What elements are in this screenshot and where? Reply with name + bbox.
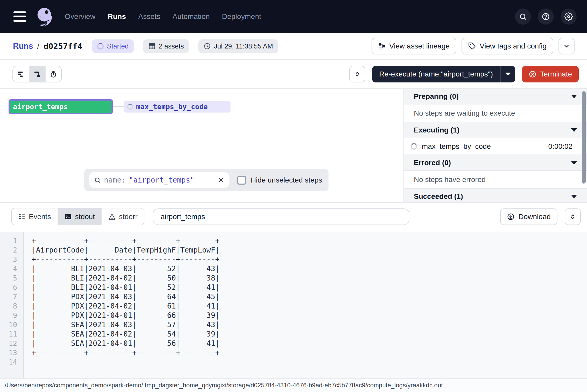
more-run-actions-button[interactable] — [558, 38, 575, 54]
log-line: | PDX|2021-04-02| 61| 41| — [32, 302, 220, 311]
log-line: | PDX|2021-04-01| 66| 39| — [32, 311, 220, 320]
up-down-chevrons-icon — [569, 213, 576, 220]
panel-empty-text: No steps are waiting to execute — [404, 104, 587, 122]
download-button[interactable]: Download — [500, 208, 557, 225]
log-line: | BLI|2021-04-03| 52| 43| — [32, 264, 220, 274]
log-line-number: 12 — [0, 339, 17, 348]
warning-triangle-icon — [108, 213, 116, 220]
step-search-input[interactable]: name:"airport_temps" — [89, 172, 229, 188]
settings-gear-icon[interactable] — [561, 9, 577, 25]
log-line: |AirportCode| Date|TempHighF|TempLowF| — [32, 246, 220, 255]
step-filter-container: name:"airport_temps" Hide unselected ste… — [84, 169, 329, 191]
search-field-text: name: — [104, 176, 126, 184]
run-body: airport_temps max_temps_by_code name:"ai… — [0, 89, 587, 203]
graph-node-max-temps-by-code[interactable]: max_temps_by_code — [124, 101, 230, 113]
timestamp-badge: Jul 29, 11:38:55 AM — [198, 39, 278, 53]
panel-empty-text: No steps have errored — [404, 171, 587, 189]
timer-view-icon[interactable] — [45, 66, 61, 82]
checkbox[interactable] — [237, 176, 246, 185]
run-header-row: Runs / d0257ff4 Started 2 assets Jul 29,… — [0, 33, 587, 60]
collapse-caret-icon — [571, 161, 577, 165]
run-status-panel: Preparing (0) No steps are waiting to ex… — [403, 89, 587, 202]
log-file-path: /Users/ben/repos/components_demo/spark-d… — [5, 382, 443, 389]
stdout-log-viewer[interactable]: 1234567891011121314 +-----------+-------… — [0, 232, 587, 378]
nav-item-runs[interactable]: Runs — [108, 12, 126, 21]
search-icon[interactable] — [515, 9, 531, 25]
log-line-number: 8 — [0, 302, 17, 311]
panel-section-succeeded[interactable]: Succeeded (1) — [404, 189, 587, 202]
menu-icon[interactable] — [12, 11, 27, 22]
nav-item-overview[interactable]: Overview — [65, 12, 95, 21]
nav-item-deployment[interactable]: Deployment — [222, 12, 261, 21]
log-line: | SEA|2021-04-01| 56| 41| — [32, 339, 220, 348]
view-asset-lineage-button[interactable]: View asset lineage — [372, 38, 456, 54]
expand-log-panel-button[interactable] — [565, 208, 581, 225]
gantt-waterfall-view-icon[interactable] — [29, 66, 45, 82]
tab-events[interactable]: Events — [12, 208, 58, 225]
hide-unselected-steps-toggle[interactable]: Hide unselected steps — [237, 176, 322, 185]
panel-section-preparing[interactable]: Preparing (0) — [404, 89, 587, 104]
nav-item-assets[interactable]: Assets — [138, 12, 160, 21]
assets-grid-icon — [148, 43, 156, 50]
help-icon[interactable] — [538, 9, 554, 25]
run-id: d0257ff4 — [44, 41, 82, 51]
log-line-number: 5 — [0, 274, 17, 283]
log-line-number: 2 — [0, 246, 17, 255]
run-toolbar: Re-execute (name:"airport_temps") Termin… — [0, 60, 587, 89]
chevron-down-icon — [563, 43, 570, 50]
log-line: | BLI|2021-04-02| 50| 38| — [32, 274, 220, 283]
log-line-number: 10 — [0, 320, 17, 330]
dagster-logo-icon[interactable] — [34, 6, 55, 27]
log-line-number: 13 — [0, 348, 17, 358]
tab-stdout[interactable]: stdout — [58, 208, 101, 225]
log-line: | SEA|2021-04-02| 54| 39| — [32, 330, 220, 339]
hide-unselected-steps-label: Hide unselected steps — [251, 176, 322, 184]
step-name: max_temps_by_code — [422, 142, 491, 151]
event-list-icon — [18, 213, 25, 220]
search-icon — [94, 177, 101, 184]
spinner-icon — [127, 104, 133, 110]
assets-count-badge[interactable]: 2 assets — [143, 39, 189, 53]
panel-section-errored[interactable]: Errored (0) — [404, 155, 587, 171]
tab-stderr[interactable]: stderr — [101, 208, 144, 225]
log-line: +-----------+----------+---------+------… — [32, 255, 220, 264]
re-execute-dropdown-button[interactable] — [500, 66, 515, 82]
graph-node-airport-temps[interactable]: airport_temps — [9, 99, 113, 114]
collapse-caret-icon — [571, 128, 577, 132]
log-line-number: 6 — [0, 283, 17, 292]
terminal-icon — [65, 213, 72, 220]
top-nav-bar: Overview Runs Assets Automation Deployme… — [0, 0, 587, 33]
log-content: +-----------+----------+---------+------… — [24, 232, 220, 378]
log-line: | PDX|2021-04-03| 64| 45| — [32, 292, 220, 302]
expand-gantt-panel-button[interactable] — [349, 66, 365, 82]
re-execute-button[interactable]: Re-execute (name:"airport_temps") — [372, 66, 500, 82]
log-tabs: Events stdout stderr — [11, 208, 144, 225]
view-tags-and-config-button[interactable]: View tags and config — [462, 38, 553, 54]
clear-search-icon[interactable] — [218, 177, 224, 184]
log-line-number: 7 — [0, 292, 17, 302]
caret-down-icon — [505, 73, 511, 76]
log-line-number: 1 — [0, 236, 17, 246]
collapse-caret-icon — [571, 195, 577, 198]
step-elapsed-time: 0:00:02 — [548, 142, 572, 151]
panel-scrollbar[interactable] — [582, 91, 586, 184]
terminate-button[interactable]: Terminate — [522, 66, 579, 82]
gantt-flat-view-icon[interactable] — [13, 66, 29, 82]
tag-icon — [468, 42, 476, 50]
step-graph-pane[interactable]: airport_temps max_temps_by_code name:"ai… — [0, 89, 403, 202]
lineage-icon — [378, 43, 386, 50]
log-line-number: 4 — [0, 264, 17, 274]
log-line — [32, 358, 220, 367]
executing-step-row[interactable]: max_temps_by_code 0:00:02 — [404, 138, 587, 155]
view-mode-segmented-control — [12, 66, 62, 82]
clock-icon — [204, 43, 211, 50]
breadcrumb-runs-link[interactable]: Runs — [13, 41, 33, 51]
log-filter-input[interactable] — [153, 208, 409, 225]
log-line-number: 9 — [0, 311, 17, 320]
nav-item-automation[interactable]: Automation — [172, 12, 210, 21]
panel-section-executing[interactable]: Executing (1) — [404, 122, 587, 138]
up-down-chevrons-icon — [354, 71, 361, 78]
log-line-number: 11 — [0, 330, 17, 339]
log-toolbar: Events stdout stderr Download — [0, 203, 587, 232]
spinner-icon — [97, 43, 104, 50]
